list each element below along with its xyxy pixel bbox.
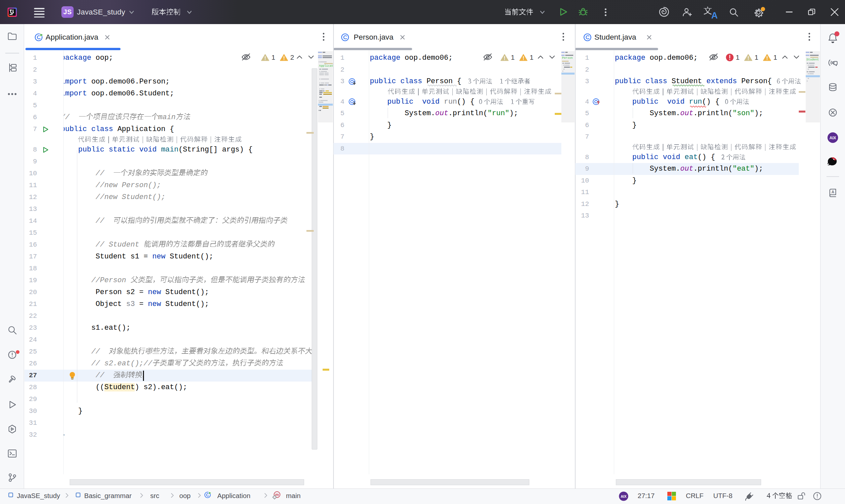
svg-text:AIX: AIX [621,494,627,498]
svg-text:A: A [711,11,718,20]
svg-text:AIX: AIX [829,136,836,140]
svg-text:A: A [831,190,834,194]
